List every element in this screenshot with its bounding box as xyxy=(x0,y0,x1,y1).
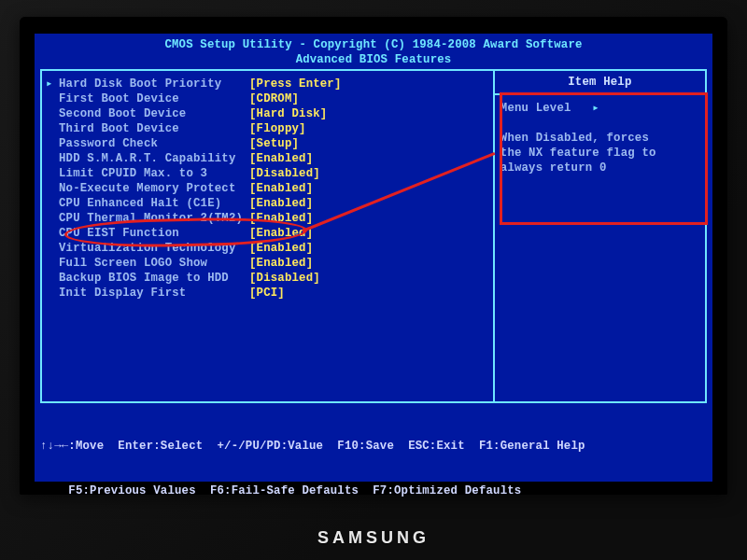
setting-row[interactable]: Third Boot Device [Floppy] xyxy=(46,121,489,136)
cursor-arrow-icon: ▸ xyxy=(46,77,59,91)
setting-row[interactable]: Init Display First [PCI] xyxy=(46,286,489,301)
setting-value[interactable]: [PCI] xyxy=(249,286,285,301)
monitor-brand-logo: SAMSUNG xyxy=(317,528,430,548)
help-title: Item Help xyxy=(500,75,699,90)
setting-label: No-Execute Memory Protect xyxy=(59,181,249,196)
setting-label: Init Display First xyxy=(59,286,249,301)
setting-row[interactable]: No-Execute Memory Protect [Enabled] xyxy=(46,181,489,196)
bios-title-line2: Advanced BIOS Features xyxy=(40,52,707,67)
chevron-right-icon: ▸ xyxy=(592,102,599,115)
help-body: the NX feature flag to xyxy=(500,146,699,161)
setting-value[interactable]: [Enabled] xyxy=(249,241,313,256)
setting-label: Second Boot Device xyxy=(59,106,249,121)
monitor-bezel: CMOS Setup Utility - Copyright (C) 1984-… xyxy=(20,17,727,495)
cursor-space xyxy=(46,91,59,106)
setting-row[interactable]: Limit CPUID Max. to 3 [Disabled] xyxy=(46,166,489,181)
key-legend-line2: F5:Previous Values F6:Fail-Safe Defaults… xyxy=(40,483,707,498)
setting-value[interactable]: [Disabled] xyxy=(249,166,320,181)
setting-label: HDD S.M.A.R.T. Capability xyxy=(59,151,249,166)
setting-label: Backup BIOS Image to HDD xyxy=(59,271,249,286)
setting-label: Third Boot Device xyxy=(59,121,249,136)
bios-title-line1: CMOS Setup Utility - Copyright (C) 1984-… xyxy=(40,37,707,52)
help-pane: Item Help Menu Level ▸ When Disabled, fo… xyxy=(493,71,705,401)
setting-label: CPU EIST Function xyxy=(59,226,249,241)
monitor-photo: CMOS Setup Utility - Copyright (C) 1984-… xyxy=(0,0,747,560)
help-divider xyxy=(495,93,705,95)
setting-label: Password Check xyxy=(59,136,249,151)
bios-screen: CMOS Setup Utility - Copyright (C) 1984-… xyxy=(35,34,712,482)
setting-row[interactable]: HDD S.M.A.R.T. Capability [Enabled] xyxy=(46,151,489,166)
setting-value[interactable]: [Floppy] xyxy=(249,121,306,136)
help-spacer xyxy=(500,116,699,131)
setting-value[interactable]: [Disabled] xyxy=(249,271,320,286)
setting-label: Virtualization Technology xyxy=(59,241,249,256)
setting-value[interactable]: [Enabled] xyxy=(249,196,313,211)
setting-label: First Boot Device xyxy=(59,91,249,106)
setting-value[interactable]: [Enabled] xyxy=(249,211,313,226)
setting-row[interactable]: CPU EIST Function [Enabled] xyxy=(46,226,489,241)
setting-row[interactable]: CPU Thermal Monitor 2(TM2) [Enabled] xyxy=(46,211,489,226)
setting-label: CPU Thermal Monitor 2(TM2) xyxy=(59,211,249,226)
setting-row[interactable]: ▸ Hard Disk Boot Priority [Press Enter] xyxy=(46,77,489,91)
setting-label: Full Screen LOGO Show xyxy=(59,256,249,271)
setting-row[interactable]: Backup BIOS Image to HDD [Disabled] xyxy=(46,271,489,286)
settings-pane: ▸ Hard Disk Boot Priority [Press Enter] … xyxy=(42,71,493,401)
setting-row[interactable]: Password Check [Setup] xyxy=(46,136,489,151)
help-body: When Disabled, forces xyxy=(500,131,699,146)
menu-level-line: Menu Level ▸ xyxy=(500,101,699,116)
setting-value[interactable]: [Enabled] xyxy=(249,181,313,196)
setting-label: Hard Disk Boot Priority xyxy=(59,77,249,91)
setting-value[interactable]: [Hard Disk] xyxy=(249,106,327,121)
setting-value[interactable]: [Enabled] xyxy=(249,151,313,166)
setting-row[interactable]: Virtualization Technology [Enabled] xyxy=(46,241,489,256)
setting-value[interactable]: [Enabled] xyxy=(249,226,313,241)
setting-row[interactable]: Second Boot Device [Hard Disk] xyxy=(46,106,489,121)
key-legend: ↑↓→←:Move Enter:Select +/-/PU/PD:Value F… xyxy=(40,409,707,528)
setting-value[interactable]: [Press Enter] xyxy=(249,77,342,91)
help-body: always return 0 xyxy=(500,161,699,175)
setting-row[interactable]: CPU Enhanced Halt (C1E) [Enabled] xyxy=(46,196,489,211)
key-legend-line1: ↑↓→←:Move Enter:Select +/-/PU/PD:Value F… xyxy=(40,439,707,454)
bios-frame: ▸ Hard Disk Boot Priority [Press Enter] … xyxy=(40,69,707,403)
setting-value[interactable]: [Enabled] xyxy=(249,256,313,271)
setting-value[interactable]: [Setup] xyxy=(249,136,299,151)
setting-label: Limit CPUID Max. to 3 xyxy=(59,166,249,181)
setting-label: CPU Enhanced Halt (C1E) xyxy=(59,196,249,211)
setting-row[interactable]: Full Screen LOGO Show [Enabled] xyxy=(46,256,489,271)
setting-row[interactable]: First Boot Device [CDROM] xyxy=(46,91,489,106)
setting-value[interactable]: [CDROM] xyxy=(249,91,299,106)
